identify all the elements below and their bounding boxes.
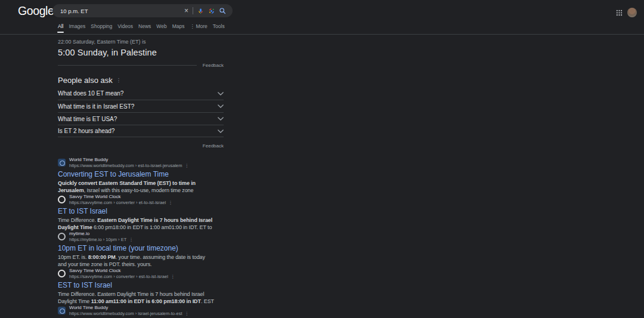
result-site-name: Savvy Time World Clock — [69, 194, 173, 200]
search-result: World Time Buddy https://www.worldtimebu… — [58, 157, 224, 194]
paa-question-text: What time is it in Israel EST? — [58, 103, 134, 110]
result-url: https://www.worldtimebuddy.com › israel-… — [69, 311, 182, 317]
tab-shopping[interactable]: Shopping — [91, 23, 112, 29]
site-favicon-icon — [58, 196, 66, 203]
paa-title: People also ask — [58, 76, 113, 85]
paa-question-text: What time is ET USA? — [58, 116, 117, 122]
result-site-name: mytime.io — [69, 231, 134, 237]
answer-feedback-link[interactable]: Feedback — [203, 63, 224, 68]
tab-videos[interactable]: Videos — [117, 23, 133, 29]
site-favicon-icon — [58, 270, 66, 277]
people-also-ask: People also ask ⋮ What does 10 ET mean? … — [58, 76, 224, 150]
lens-icon[interactable] — [208, 8, 215, 14]
result-site-name: World Time Buddy — [69, 157, 189, 163]
result-title-link[interactable]: Converting EST to Jerusalem Time — [58, 170, 224, 179]
result-source[interactable]: World Time Buddy https://www.worldtimebu… — [58, 305, 224, 316]
tab-more[interactable]: ⋮ More — [190, 23, 207, 29]
paa-question[interactable]: What time is ET USA? — [58, 112, 224, 125]
paa-question-text: Is ET 2 hours ahead? — [58, 128, 114, 134]
tab-images[interactable]: Images — [69, 23, 85, 29]
tab-all[interactable]: All — [58, 23, 63, 29]
clear-icon[interactable]: × — [184, 7, 188, 14]
result-snippet: 10pm ET. is. 8:00:00 PM. your time. assu… — [58, 254, 214, 268]
google-logo[interactable]: Google — [18, 4, 54, 18]
result-menu-icon[interactable]: ⋮ — [171, 274, 175, 280]
search-divider — [193, 7, 193, 14]
result-source[interactable]: World Time Buddy https://www.worldtimebu… — [58, 157, 224, 168]
result-title-link[interactable]: 10pm ET in local time (your timezone) — [58, 244, 224, 253]
search-result: World Time Buddy https://www.worldtimebu… — [58, 305, 224, 318]
more-icon: ⋮ — [190, 24, 194, 29]
paa-question[interactable]: Is ET 2 hours ahead? — [58, 125, 224, 137]
tools-button[interactable]: Tools — [213, 23, 225, 29]
results-column: 22:00 Saturday, Eastern Time (ET) is 5:0… — [58, 36, 224, 318]
result-menu-icon[interactable]: ⋮ — [129, 237, 134, 243]
answer-main: 5:00 Sunday, in Palestine — [58, 48, 224, 57]
result-source[interactable]: Savvy Time World Clock https://savvytime… — [58, 194, 224, 205]
result-snippet: Time Difference. Eastern Daylight Time i… — [58, 291, 214, 305]
result-url: https://mytime.io › 10pm › ET — [69, 237, 126, 243]
site-favicon-icon — [58, 159, 66, 166]
result-site-name: World Time Buddy — [69, 305, 189, 311]
chevron-down-icon — [218, 117, 224, 121]
tab-news[interactable]: News — [138, 23, 151, 29]
result-menu-icon[interactable]: ⋮ — [168, 200, 173, 206]
result-menu-icon[interactable]: ⋮ — [185, 311, 190, 317]
paa-question[interactable]: What does 10 ET mean? — [58, 87, 224, 100]
result-url: https://savvytime.com › converter › et-t… — [69, 200, 166, 206]
tab-more-label: More — [196, 23, 207, 29]
chevron-down-icon — [218, 92, 224, 95]
paa-menu-icon[interactable]: ⋮ — [116, 78, 121, 83]
search-bar[interactable]: 10 p.m. ET × — [52, 4, 233, 17]
site-favicon-icon — [58, 307, 66, 314]
search-input[interactable]: 10 p.m. ET — [60, 8, 184, 14]
tabbar-divider — [0, 34, 644, 35]
result-url: https://savvytime.com › converter › est-… — [69, 274, 168, 280]
search-result: Savvy Time World Clock https://savvytime… — [58, 194, 224, 231]
result-source[interactable]: mytime.io https://mytime.io › 10pm › ET … — [58, 231, 224, 242]
result-url: https://www.worldtimebuddy.com › est-to-… — [69, 163, 182, 169]
mic-icon[interactable] — [197, 8, 204, 14]
result-title-link[interactable]: ET to IST Israel — [58, 207, 224, 216]
result-snippet: Quickly convert Eastern Standard Time (E… — [58, 180, 214, 194]
time-answer-card: 22:00 Saturday, Eastern Time (ET) is 5:0… — [58, 39, 224, 68]
result-snippet: Time Difference. Eastern Daylight Time i… — [58, 217, 214, 231]
paa-feedback-link[interactable]: Feedback — [203, 143, 224, 149]
result-site-name: Savvy Time World Clock — [69, 268, 175, 274]
tab-maps[interactable]: Maps — [172, 23, 185, 29]
answer-divider — [58, 65, 197, 66]
answer-context: 22:00 Saturday, Eastern Time (ET) is — [58, 39, 224, 45]
result-source[interactable]: Savvy Time World Clock https://savvytime… — [58, 268, 224, 279]
paa-question[interactable]: What time is it in Israel EST? — [58, 100, 224, 112]
paa-question-text: What does 10 ET mean? — [58, 90, 123, 97]
search-result: mytime.io https://mytime.io › 10pm › ET … — [58, 231, 224, 268]
profile-avatar[interactable] — [627, 8, 637, 17]
site-favicon-icon — [58, 233, 66, 240]
results-tab-bar: All Images Shopping Videos News Web Maps… — [58, 23, 224, 29]
chevron-down-icon — [218, 129, 224, 133]
search-icon[interactable] — [219, 7, 226, 14]
result-menu-icon[interactable]: ⋮ — [185, 163, 190, 169]
search-result: Savvy Time World Clock https://savvytime… — [58, 268, 224, 305]
tab-web[interactable]: Web — [156, 23, 166, 29]
apps-grid-icon[interactable] — [616, 10, 623, 16]
result-title-link[interactable]: EST to IST Israel — [58, 281, 224, 290]
organic-results: World Time Buddy https://www.worldtimebu… — [58, 157, 224, 318]
chevron-down-icon — [218, 104, 224, 108]
